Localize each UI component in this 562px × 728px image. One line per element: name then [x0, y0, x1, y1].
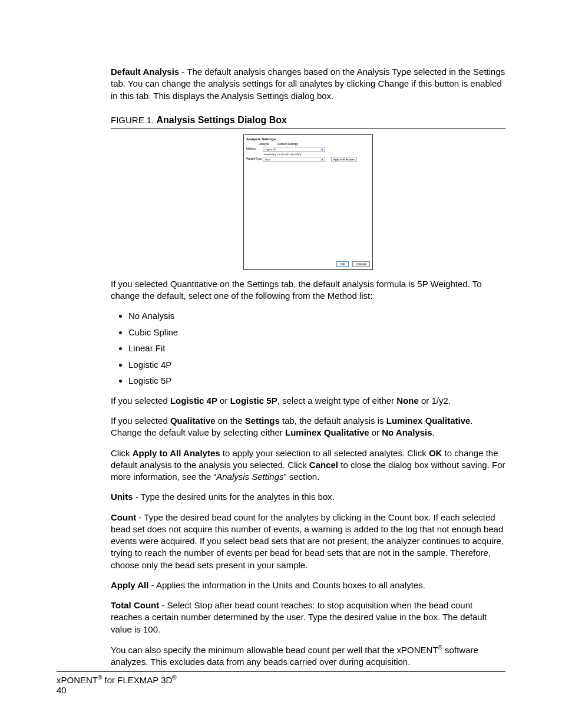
cancel-button[interactable]: Cancel — [352, 261, 370, 267]
list-item: Cubic Spline — [128, 327, 505, 338]
dialog-header-analyte: Analyte — [259, 142, 269, 146]
count-paragraph: Count - Type the desired bead count for … — [111, 512, 505, 571]
count-text: - Type the desired bead count for the an… — [111, 512, 504, 570]
page-footer: xPONENT® for FLEXMAP 3D® 40 — [57, 671, 505, 695]
document-page: Default Analysis - The default analysis … — [0, 0, 562, 728]
figure-label: FIGURE 1. — [111, 115, 157, 125]
total-count-label: Total Count — [111, 600, 159, 610]
default-analysis-label: Default Analysis — [111, 67, 179, 77]
dialog-title: Analysis Settings — [246, 137, 370, 141]
units-text: - Type the desired units for the analyte… — [133, 492, 335, 502]
closing-paragraph: You can also specify the minimum allowab… — [111, 644, 505, 668]
dialog-column-headers: Analyte Default Settings — [259, 142, 370, 146]
chevron-down-icon: ▾ — [320, 148, 323, 151]
list-item: No Analysis — [128, 310, 505, 322]
post-figure-paragraph: If you selected Quantitative on the Sett… — [111, 278, 505, 302]
weight-label: WeightType — [246, 157, 260, 160]
list-item: Linear Fit — [128, 342, 505, 354]
analysis-settings-dialog: Analysis Settings Analyte Default Settin… — [243, 134, 373, 270]
units-paragraph: Units - Type the desired units for the a… — [111, 491, 505, 503]
dialog-weight-row: WeightType 1/y*y ▾ Apply to All Analytes — [246, 157, 370, 162]
apply-paragraph: Click Apply to All Analytes to apply you… — [111, 447, 505, 483]
method-label: Method — [246, 147, 260, 150]
apply-all-paragraph: Apply All - Applies the information in t… — [111, 579, 505, 591]
footer-product: xPONENT® for FLEXMAP 3D® — [57, 674, 505, 685]
weight-value: 1/y*y — [265, 158, 270, 161]
apply-all-text: - Applies the information in the Units a… — [148, 580, 425, 590]
weight-select[interactable]: 1/y*y ▾ — [263, 157, 325, 162]
default-analysis-paragraph: Default Analysis - The default analysis … — [111, 66, 505, 102]
dialog-header-default-settings: Default Settings — [277, 142, 298, 146]
ok-button[interactable]: OK — [336, 261, 349, 267]
logistic-weight-paragraph: If you selected Logistic 4P or Logistic … — [111, 395, 505, 407]
total-count-paragraph: Total Count - Select Stop after bead cou… — [111, 599, 505, 635]
dialog-footer: OK Cancel — [336, 261, 370, 267]
method-select[interactable]: Logistic 5P ▾ — [263, 147, 325, 152]
list-item: Logistic 4P — [128, 359, 505, 371]
figure-heading: FIGURE 1. Analysis Settings Dialog Box — [111, 115, 505, 129]
count-label: Count — [111, 512, 136, 522]
method-list: No Analysis Cubic Spline Linear Fit Logi… — [111, 310, 505, 387]
apply-to-all-analytes-button[interactable]: Apply to All Analytes — [331, 157, 357, 162]
qualitative-paragraph: If you selected Qualitative on the Setti… — [111, 415, 505, 439]
page-number: 40 — [57, 685, 505, 695]
dialog-method-row: Method Logistic 5P ▾ Logistic5p y = a+(b… — [246, 147, 370, 156]
figure-title: Analysis Settings Dialog Box — [157, 115, 287, 125]
chevron-down-icon: ▾ — [320, 158, 323, 161]
apply-all-label: Apply All — [111, 580, 148, 590]
units-label: Units — [111, 492, 133, 502]
total-count-text: - Select Stop after bead count reaches: … — [111, 600, 487, 634]
method-value: Logistic 5P — [265, 148, 276, 151]
list-item: Logistic 5P — [128, 375, 505, 387]
method-formula: Logistic5p y = a+(b-a)/(1+(x/c)^d)^g — [264, 153, 370, 156]
